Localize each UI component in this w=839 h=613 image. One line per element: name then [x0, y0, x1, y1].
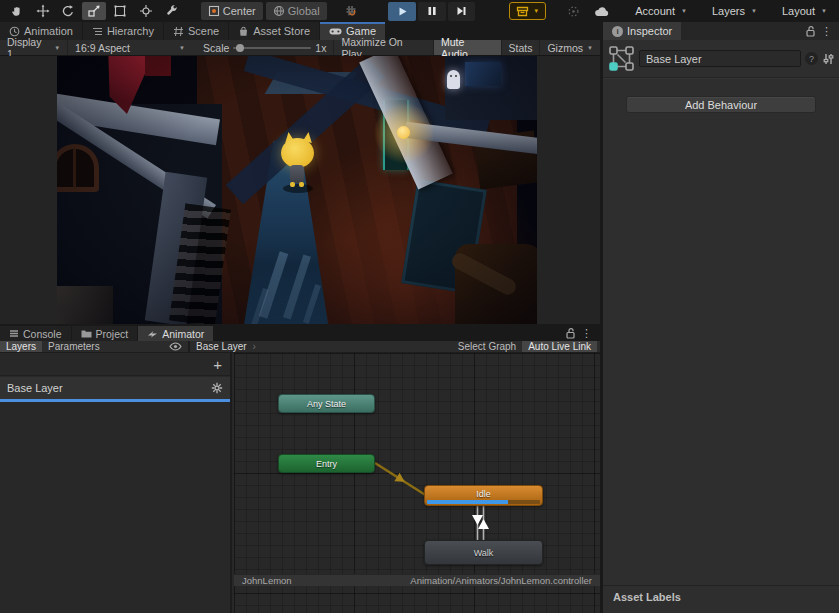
pivot-global-button[interactable]: Global: [266, 2, 327, 20]
scale-tool-button[interactable]: [82, 2, 106, 20]
display-dropdown[interactable]: Display 1 ▼: [0, 40, 67, 55]
hand-tool-button[interactable]: [5, 2, 29, 20]
presets-icon[interactable]: [822, 53, 835, 65]
play-button[interactable]: [388, 2, 416, 21]
ghost-eye: [455, 75, 457, 77]
gizmos-dropdown[interactable]: Gizmos ▼: [539, 40, 600, 55]
layout-label: Layout: [782, 5, 815, 17]
aspect-caret-icon: ▼: [179, 45, 185, 51]
animator-toolbar: Layers Parameters Base Layer › Select Gr…: [0, 341, 600, 353]
any-state-label: Any State: [307, 399, 346, 409]
inspector-divider: [603, 77, 839, 78]
character-foot: [299, 182, 304, 187]
tab-project[interactable]: Project: [72, 326, 138, 341]
collab-box-icon: [516, 6, 529, 17]
tab-console[interactable]: Console: [0, 326, 71, 341]
bottom-tabs-bar: Console Project Animator ⋮: [0, 326, 600, 341]
state-node-walk[interactable]: Walk: [424, 540, 543, 565]
selected-layer-indicator: [0, 399, 230, 402]
main-toolbar: Center Global: [0, 0, 839, 22]
tab-asset-store[interactable]: Asset Store: [229, 22, 319, 40]
layer-name-label: Base Layer: [7, 382, 63, 394]
game-view-area: [0, 56, 600, 324]
pause-button[interactable]: [418, 2, 446, 21]
tab-inspector[interactable]: i Inspector: [603, 22, 681, 40]
console-icon: [9, 329, 19, 339]
activity-indicator-button[interactable]: [562, 2, 586, 20]
layers-tab-label: Layers: [6, 341, 36, 352]
move-icon: [36, 4, 50, 18]
parameters-tab-button[interactable]: Parameters: [42, 341, 106, 352]
grid-snap-button[interactable]: [339, 2, 363, 20]
entry-label: Entry: [316, 459, 337, 469]
pause-icon: [427, 6, 437, 16]
collab-caret-icon: ▼: [533, 8, 539, 14]
stats-button[interactable]: Stats: [501, 40, 540, 55]
breadcrumb-chevron-icon: ›: [253, 341, 256, 352]
mute-audio-button[interactable]: Mute Audio: [433, 40, 501, 55]
step-button[interactable]: [448, 2, 476, 21]
move-tool-button[interactable]: [31, 2, 55, 20]
pivot-center-button[interactable]: Center: [201, 2, 263, 20]
eye-icon[interactable]: [169, 342, 182, 351]
tab-inspector-label: Inspector: [627, 25, 672, 37]
rotate-tool-button[interactable]: [56, 2, 80, 20]
state-node-any-state[interactable]: Any State: [278, 394, 375, 413]
animator-icon: [147, 329, 158, 339]
select-graph-label: Select Graph: [458, 341, 516, 352]
cloud-services-button[interactable]: [588, 2, 616, 20]
inspector-menu-icon[interactable]: ⋮: [821, 25, 832, 38]
custom-tool-button[interactable]: [160, 2, 184, 20]
add-behaviour-button[interactable]: Add Behaviour: [626, 96, 816, 113]
layers-list-header: +: [0, 353, 230, 376]
transform-icon: [139, 4, 153, 18]
tab-animator-label: Animator: [162, 328, 204, 340]
unity-editor-window: Center Global: [0, 0, 839, 613]
tab-hierarchy[interactable]: Hierarchy: [83, 22, 163, 40]
game-viewport[interactable]: [57, 56, 537, 324]
folder-icon: [81, 329, 92, 338]
cloud-icon: [594, 6, 610, 17]
character-body: [290, 165, 304, 183]
scale-slider[interactable]: [233, 47, 311, 49]
help-icon[interactable]: ?: [805, 52, 818, 65]
maximize-on-play-button[interactable]: Maximize On Play: [333, 40, 433, 55]
layers-dropdown[interactable]: Layers ▼: [703, 2, 766, 20]
scale-slider-thumb[interactable]: [236, 44, 244, 52]
collab-button[interactable]: ▼: [509, 2, 546, 20]
asset-labels-header[interactable]: Asset Labels: [603, 585, 839, 613]
tab-scene-label: Scene: [188, 25, 219, 37]
account-dropdown[interactable]: Account ▼: [626, 2, 696, 20]
tab-hierarchy-label: Hierarchy: [107, 25, 154, 37]
layers-tab-button[interactable]: Layers: [0, 341, 42, 352]
inspector-lock-icon[interactable]: [805, 25, 816, 37]
layer-name-field[interactable]: [639, 50, 801, 67]
state-node-entry[interactable]: Entry: [278, 454, 375, 473]
account-caret-icon: ▼: [681, 8, 687, 14]
parameters-tab-label: Parameters: [48, 341, 100, 352]
shopping-bag-icon: [238, 26, 249, 37]
aspect-dropdown[interactable]: 16:9 Aspect ▼: [67, 40, 192, 55]
panel-lock-icon[interactable]: [565, 327, 576, 339]
character-shadow: [283, 184, 313, 193]
rect-tool-button[interactable]: [108, 2, 132, 20]
gizmos-caret-icon: ▼: [587, 45, 593, 51]
layout-dropdown[interactable]: Layout ▼: [773, 2, 839, 20]
gizmos-label: Gizmos: [547, 42, 583, 54]
breadcrumb[interactable]: Base Layer ›: [190, 341, 262, 352]
layer-row-base-layer[interactable]: Base Layer: [0, 377, 230, 399]
gamepad-icon: [329, 27, 342, 36]
layers-label: Layers: [712, 5, 745, 17]
tab-animator[interactable]: Animator: [138, 326, 213, 341]
select-graph-button[interactable]: Select Graph: [452, 341, 522, 352]
walk-label: Walk: [474, 548, 494, 558]
auto-live-link-button[interactable]: Auto Live Link: [522, 341, 597, 352]
panel-menu-icon[interactable]: ⋮: [581, 327, 592, 340]
transform-tool-button[interactable]: [134, 2, 158, 20]
hierarchy-icon: [92, 26, 103, 37]
tab-scene[interactable]: Scene: [164, 22, 228, 40]
add-layer-button[interactable]: +: [213, 357, 222, 372]
state-node-idle[interactable]: Idle: [424, 485, 543, 506]
scene-grid-icon: [173, 26, 184, 37]
layer-settings-gear-icon[interactable]: [211, 382, 223, 394]
